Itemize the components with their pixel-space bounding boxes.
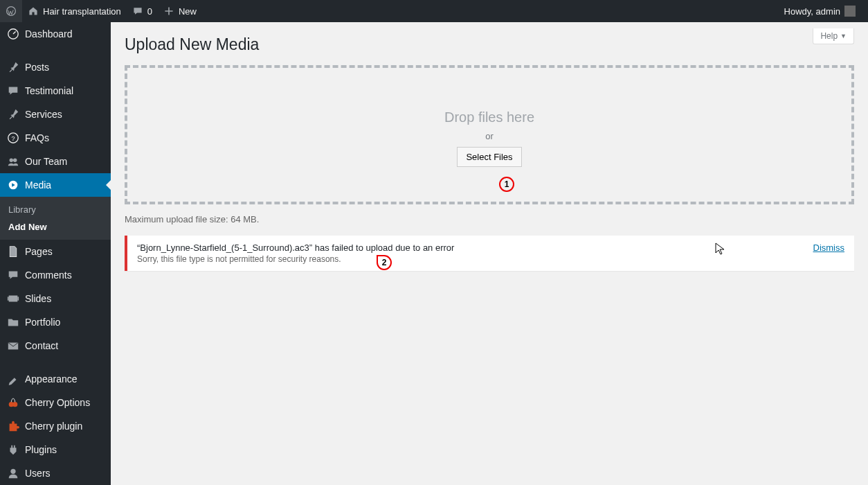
pin-icon <box>7 108 19 121</box>
avatar <box>844 6 856 17</box>
sidebar-item-pages[interactable]: Pages <box>0 240 111 263</box>
comments-count: 0 <box>147 6 152 17</box>
chevron-down-icon: ▼ <box>840 33 847 39</box>
plus-icon <box>163 6 174 17</box>
pin-icon <box>7 61 19 73</box>
sidebar-label: Our Team <box>25 156 67 167</box>
submenu-add-new[interactable]: Add New <box>0 218 111 236</box>
sidebar-item-testimonial[interactable]: Testimonial <box>0 79 111 103</box>
sidebar-label: Dashboard <box>25 28 73 39</box>
dashboard-icon <box>7 28 19 40</box>
comments-link[interactable]: 0 <box>127 0 158 22</box>
site-name: Hair transplantation <box>43 6 121 17</box>
groups-icon <box>7 155 19 168</box>
select-files-button[interactable]: Select Files <box>457 147 521 167</box>
sidebar-item-services[interactable]: Services <box>0 103 111 126</box>
sidebar-label: FAQs <box>25 132 49 143</box>
submenu-library[interactable]: Library <box>0 201 111 218</box>
sidebar-label: Testimonial <box>25 85 73 96</box>
sidebar-item-slides[interactable]: Slides <box>0 287 111 310</box>
svg-rect-9 <box>17 297 19 300</box>
svg-text:?: ? <box>11 135 15 142</box>
upload-error-notice: “Bjorn_Lynne-Starfield_(5-1_Surround).ac… <box>125 236 854 271</box>
wordpress-icon <box>6 6 17 17</box>
sidebar-label: Comments <box>25 270 72 281</box>
sidebar-item-comments[interactable]: Comments <box>0 263 111 287</box>
slides-icon <box>7 292 19 305</box>
svg-rect-7 <box>9 296 18 302</box>
error-detail: Sorry, this file type is not permitted f… <box>137 254 813 264</box>
error-title: “Bjorn_Lynne-Starfield_(5-1_Surround).ac… <box>137 242 813 253</box>
sidebar-label: Services <box>25 109 62 120</box>
or-text: or <box>127 131 851 141</box>
site-link[interactable]: Hair transplantation <box>22 0 127 22</box>
help-tab[interactable]: Help ▼ <box>813 28 854 44</box>
sidebar-label: Pages <box>25 246 53 257</box>
greeting: Howdy, admin <box>784 6 840 17</box>
wp-logo[interactable] <box>0 0 22 22</box>
dismiss-link[interactable]: Dismiss <box>813 242 845 253</box>
home-icon <box>28 6 39 17</box>
admin-sidebar: Dashboard Posts Testimonial Services ? F… <box>0 22 111 310</box>
admin-bar: Hair transplantation 0 New Howdy, admin <box>0 0 868 22</box>
svg-point-4 <box>10 159 13 162</box>
page-title: Upload New Media <box>125 29 259 57</box>
sidebar-label: Media <box>25 179 51 191</box>
sidebar-item-team[interactable]: Our Team <box>0 150 111 173</box>
new-link[interactable]: New <box>158 0 202 22</box>
page-icon <box>7 245 19 258</box>
sidebar-item-faqs[interactable]: ? FAQs <box>0 126 111 150</box>
sidebar-item-posts[interactable]: Posts <box>0 55 111 79</box>
max-upload-size: Maximum upload file size: 64 MB. <box>125 214 854 224</box>
upload-dropzone[interactable]: Drop files here or Select Files 1 <box>125 65 854 204</box>
annotation-1: 1 <box>499 177 514 192</box>
drop-text: Drop files here <box>127 109 851 125</box>
sidebar-label: Slides <box>25 293 51 304</box>
media-submenu: Library Add New <box>0 197 111 240</box>
content-area: Upload New Media Help ▼ Drop files here … <box>111 22 868 310</box>
help-label: Help <box>820 31 838 41</box>
sidebar-item-dashboard[interactable]: Dashboard <box>0 22 111 46</box>
new-label: New <box>179 6 197 17</box>
sidebar-item-media[interactable]: Media <box>0 173 111 197</box>
sidebar-label: Posts <box>25 62 49 73</box>
media-icon <box>7 179 19 191</box>
comment-icon <box>132 6 143 17</box>
comment-icon <box>7 269 19 281</box>
help-icon: ? <box>7 132 19 144</box>
svg-point-5 <box>13 159 17 162</box>
account-link[interactable]: Howdy, admin <box>779 0 861 22</box>
testimonial-icon <box>7 85 19 97</box>
svg-rect-8 <box>8 297 9 300</box>
